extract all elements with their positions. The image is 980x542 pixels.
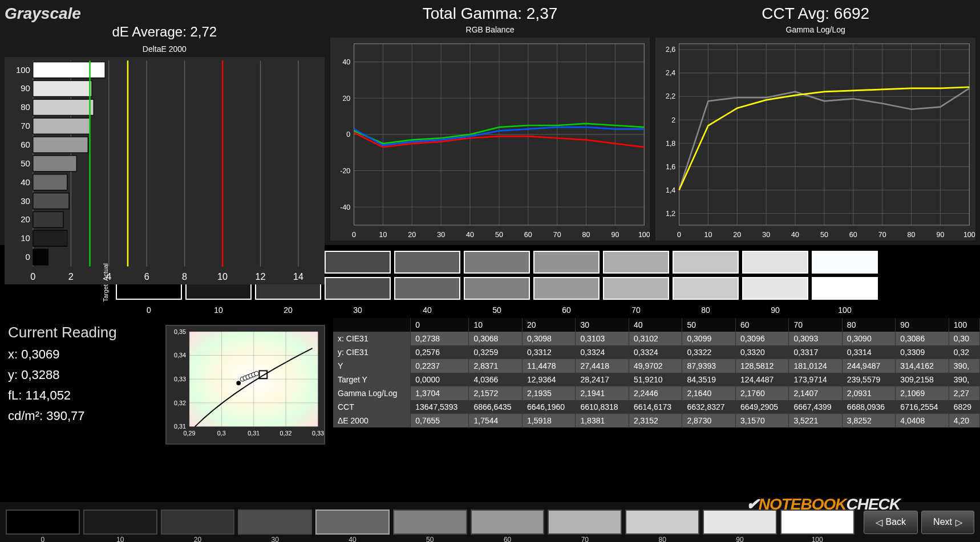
table-header: 70: [789, 318, 842, 332]
swatch-target-100[interactable]: [812, 277, 878, 300]
swatch-actual-70[interactable]: [603, 251, 669, 274]
row-header: y: CIE31: [333, 345, 411, 359]
footer-swatch-50[interactable]: 50: [393, 510, 467, 535]
footer-swatch-30[interactable]: 30: [238, 510, 312, 535]
swatch-actual-30[interactable]: [325, 251, 391, 274]
svg-text:60: 60: [524, 230, 532, 238]
gamma-chart: 01020304050607080901001,21,41,61,822,22,…: [655, 38, 975, 241]
svg-rect-36: [33, 249, 48, 265]
svg-point-141: [236, 381, 241, 385]
swatch-actual-100[interactable]: [812, 251, 878, 274]
footer-swatch-80[interactable]: 80: [625, 510, 699, 535]
row-header: Y: [333, 359, 411, 373]
back-button[interactable]: ◁Back: [864, 511, 918, 534]
row-header: CCT: [333, 400, 411, 414]
reading-panel: Current Reading x: 0,3069 y: 0,3288 fL: …: [0, 318, 160, 502]
swatch-label: 90: [742, 305, 808, 315]
swatch-label: 70: [603, 305, 669, 315]
svg-text:60: 60: [849, 230, 857, 238]
swatch-actual-80[interactable]: [673, 251, 739, 274]
svg-text:1,8: 1,8: [666, 139, 675, 147]
bottom-section: Current Reading x: 0,3069 y: 0,3288 fL: …: [0, 318, 980, 502]
table-row: y: CIE310,25760,32590,33120,33240,33240,…: [333, 345, 980, 359]
svg-text:100: 100: [16, 65, 30, 75]
swatch-target-50[interactable]: [464, 277, 530, 300]
data-table-wrap[interactable]: 0102030405060708090100x: CIE310,27380,30…: [333, 318, 980, 502]
swatch-actual-40[interactable]: [394, 251, 460, 274]
swatch-target-30[interactable]: [325, 277, 391, 300]
svg-text:80: 80: [908, 230, 916, 238]
svg-text:40: 40: [21, 177, 30, 187]
footer-swatch-0[interactable]: 0: [6, 510, 80, 535]
svg-text:100: 100: [963, 230, 975, 238]
svg-text:6: 6: [144, 271, 149, 282]
swatch-numbers: 0102030405060708090100: [116, 303, 878, 315]
svg-rect-16: [33, 62, 105, 78]
svg-text:80: 80: [582, 230, 590, 238]
footer-swatch-20[interactable]: 20: [161, 510, 235, 535]
swatch-target-60[interactable]: [533, 277, 600, 300]
swatch-target-40[interactable]: [394, 277, 460, 300]
footer-swatch-70[interactable]: 70: [548, 510, 622, 535]
next-button[interactable]: Next▷: [921, 511, 974, 534]
svg-text:2,6: 2,6: [666, 46, 675, 54]
svg-text:20: 20: [342, 94, 350, 102]
swatch-label: 60: [533, 305, 600, 315]
footer-swatch-60[interactable]: 60: [471, 510, 545, 535]
swatch-actual-60[interactable]: [533, 251, 600, 274]
swatch-label: 100: [812, 305, 878, 315]
swatch-actual-90[interactable]: [742, 251, 808, 274]
reading-x: x: 0,3069: [8, 347, 152, 362]
table-header: [333, 318, 411, 332]
svg-text:20: 20: [408, 230, 416, 238]
table-header: 100: [949, 318, 979, 332]
svg-text:2,4: 2,4: [666, 69, 675, 77]
swatch-target-70[interactable]: [603, 277, 669, 300]
footer-swatch-100[interactable]: 100: [780, 510, 855, 535]
swatch-label-actual: Actual: [102, 263, 109, 281]
svg-text:0,33: 0,33: [312, 430, 324, 437]
svg-text:0,33: 0,33: [174, 376, 186, 382]
swatch-actual-50[interactable]: [464, 251, 530, 274]
table-header: 10: [469, 318, 522, 332]
footer-swatch-40[interactable]: 40: [315, 510, 390, 535]
svg-text:50: 50: [820, 230, 828, 238]
svg-text:0,29: 0,29: [183, 430, 195, 437]
swatch-label: 10: [185, 305, 252, 315]
footer-swatch-10[interactable]: 10: [83, 510, 157, 535]
svg-text:-20: -20: [340, 167, 350, 175]
swatch-label: 50: [464, 305, 530, 315]
svg-text:10: 10: [704, 230, 712, 238]
swatch-label: 40: [394, 305, 460, 315]
svg-text:90: 90: [937, 230, 945, 238]
svg-rect-20: [33, 99, 94, 115]
row-header: Gamma Log/Log: [333, 386, 411, 400]
svg-text:0,31: 0,31: [174, 423, 186, 430]
svg-text:30: 30: [21, 196, 30, 206]
deltae-chart: 024681012141009080706050403020100: [5, 57, 325, 284]
table-row: Target Y0,00004,036612,936428,241751,921…: [333, 373, 980, 386]
row-header: Target Y: [333, 373, 411, 386]
grayscale-title: Grayscale: [5, 5, 325, 23]
svg-text:1,2: 1,2: [666, 210, 675, 218]
table-row: Gamma Log/Log1,37042,15722,19352,19412,2…: [333, 386, 980, 400]
footer-swatch-90[interactable]: 90: [703, 510, 777, 535]
svg-text:90: 90: [21, 83, 30, 93]
de-average-label: dE Average: 2,72: [5, 24, 325, 40]
rgb-chart-title: RGB Balance: [330, 25, 650, 34]
svg-text:60: 60: [21, 140, 30, 149]
svg-text:0: 0: [677, 230, 681, 238]
swatch-target-80[interactable]: [673, 277, 739, 300]
table-row: CCT13647,53936866,64356646,19606610,8318…: [333, 400, 980, 414]
rgb-panel: Total Gamma: 2,37 RGB Balance 0102030405…: [330, 5, 650, 241]
table-header: 30: [576, 318, 629, 332]
charts-row: Grayscale dE Average: 2,72 DeltaE 2000 0…: [0, 0, 980, 245]
svg-rect-30: [33, 193, 69, 209]
svg-rect-28: [33, 174, 67, 190]
swatch-target-90[interactable]: [742, 277, 808, 300]
svg-text:0: 0: [346, 131, 350, 138]
svg-text:40: 40: [791, 230, 799, 238]
table-row: ΔE 20000,76551,75441,59181,83812,31522,8…: [333, 414, 980, 427]
svg-text:0,34: 0,34: [174, 352, 186, 358]
svg-text:2: 2: [672, 116, 676, 124]
